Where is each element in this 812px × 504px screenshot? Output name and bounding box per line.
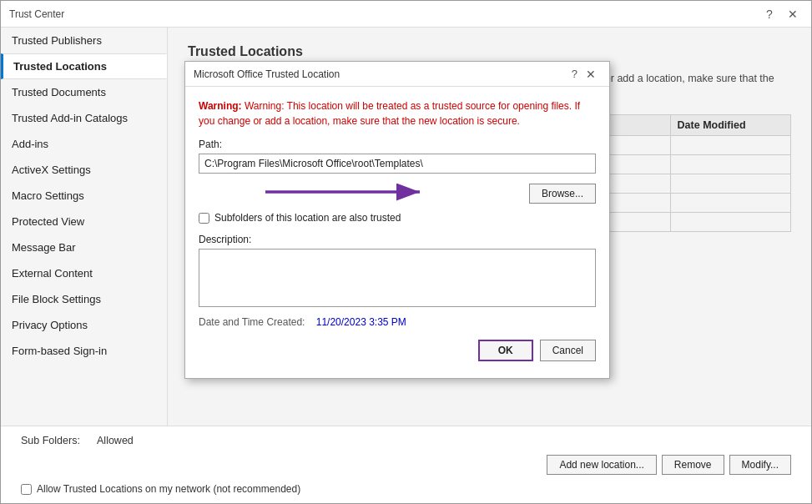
modify-button[interactable]: Modify... — [729, 455, 791, 475]
help-button[interactable]: ? — [759, 6, 779, 23]
sidebar-item-trusted-publishers[interactable]: Trusted Publishers — [1, 28, 167, 53]
arrow-indicator — [265, 177, 432, 207]
remove-button[interactable]: Remove — [662, 455, 724, 475]
network-row: Allow Trusted Locations on my network (n… — [21, 483, 791, 495]
trusted-location-dialog: Microsoft Office Trusted Location ? ✕ Wa… — [184, 61, 610, 379]
browse-area: Browse... — [199, 184, 596, 204]
title-bar-controls: ? ✕ — [759, 6, 803, 23]
dialog-footer: OK Cancel — [199, 340, 596, 365]
path-input[interactable] — [199, 154, 596, 174]
sidebar-item-trusted-documents[interactable]: Trusted Documents — [1, 79, 167, 105]
network-checkbox[interactable] — [21, 484, 32, 495]
date-value: 11/20/2023 3:35 PM — [316, 316, 406, 328]
arrow-svg — [265, 177, 432, 207]
bottom-actions: Add new location... Remove Modify... — [21, 455, 791, 475]
description-textarea[interactable] — [199, 249, 596, 307]
sub-folders-row: Sub Folders: Allowed — [21, 435, 791, 446]
sidebar: Trusted PublishersTrusted LocationsTrust… — [1, 28, 168, 426]
dialog-warning-text: Warning: Warning: This location will be … — [199, 98, 596, 129]
cancel-button[interactable]: Cancel — [540, 340, 596, 361]
date-row: Date and Time Created: 11/20/2023 3:35 P… — [199, 316, 596, 328]
dialog-close-button[interactable]: ✕ — [581, 66, 601, 83]
description-label: Description: — [199, 234, 596, 245]
network-label: Allow Trusted Locations on my network (n… — [37, 483, 300, 495]
dialog-help-button[interactable]: ? — [572, 66, 577, 83]
sidebar-item-activex-settings[interactable]: ActiveX Settings — [1, 157, 167, 183]
sidebar-item-form-based-signin[interactable]: Form-based Sign-in — [1, 338, 167, 364]
dialog-title-controls: ? ✕ — [572, 66, 601, 83]
sidebar-item-protected-view[interactable]: Protected View — [1, 209, 167, 234]
dialog-title: Microsoft Office Trusted Location — [194, 68, 340, 80]
sidebar-item-message-bar[interactable]: Message Bar — [1, 234, 167, 260]
sidebar-item-macro-settings[interactable]: Macro Settings — [1, 183, 167, 209]
window-title: Trust Center — [9, 8, 64, 20]
sidebar-item-trusted-locations[interactable]: Trusted Locations — [1, 53, 167, 79]
browse-button[interactable]: Browse... — [529, 184, 596, 204]
path-label: Path: — [199, 139, 596, 150]
sub-folders-label: Sub Folders: — [21, 435, 80, 446]
sub-folders-value: Allowed — [97, 435, 134, 446]
date-label: Date and Time Created: — [199, 316, 305, 328]
title-bar: Trust Center ? ✕ — [1, 1, 811, 28]
subfolders-label: Subfolders of this location are also tru… — [214, 212, 401, 224]
sidebar-item-trusted-addin-catalogs[interactable]: Trusted Add-in Catalogs — [1, 105, 167, 131]
content-area: Trusted PublishersTrusted LocationsTrust… — [1, 28, 811, 426]
close-button[interactable]: ✕ — [783, 6, 803, 23]
bottom-bar: Sub Folders: Allowed Add new location...… — [1, 426, 811, 503]
subfolders-checkbox-row: Subfolders of this location are also tru… — [199, 212, 596, 224]
subfolders-checkbox[interactable] — [199, 213, 209, 224]
trust-center-window: Trust Center ? ✕ Trusted PublishersTrust… — [0, 0, 812, 504]
modal-overlay: Microsoft Office Trusted Location ? ✕ Wa… — [168, 28, 811, 426]
main-panel: Trusted Locations Warning: All these loc… — [168, 28, 811, 426]
dialog-body: Warning: Warning: This location will be … — [185, 87, 609, 378]
add-location-button[interactable]: Add new location... — [547, 455, 656, 475]
path-row — [199, 154, 596, 174]
ok-button[interactable]: OK — [478, 340, 533, 361]
sidebar-item-privacy-options[interactable]: Privacy Options — [1, 312, 167, 338]
sidebar-item-external-content[interactable]: External Content — [1, 260, 167, 286]
sidebar-item-file-block-settings[interactable]: File Block Settings — [1, 286, 167, 312]
sidebar-item-add-ins[interactable]: Add-ins — [1, 131, 167, 157]
dialog-title-bar: Microsoft Office Trusted Location ? ✕ — [185, 62, 609, 87]
